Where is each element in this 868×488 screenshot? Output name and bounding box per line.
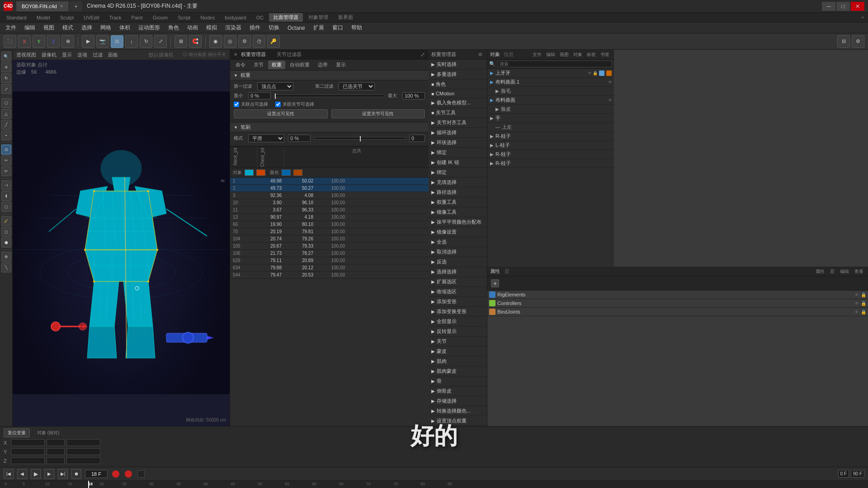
char-item[interactable]: ■角色 xyxy=(429,80,487,89)
left-weight-btn[interactable]: ⚖ xyxy=(1,145,11,155)
obj-item-fabric2[interactable]: ▶ 布料曲面 👁 xyxy=(487,96,614,105)
menu-extend[interactable]: 扩展 xyxy=(310,23,328,33)
mode-tab-new-layout[interactable]: 新界面 xyxy=(334,13,358,22)
menu-mograph[interactable]: 运动图形 xyxy=(135,23,164,33)
char-item[interactable]: ▶肌肉蒙皮 xyxy=(429,366,487,376)
weight-row[interactable]: 70 20.19 79.81 100.00 xyxy=(230,228,429,235)
char-item[interactable]: ▶肌肉 xyxy=(429,357,487,366)
attr-tab-attr[interactable]: 属性 xyxy=(814,268,826,275)
weight-row[interactable]: 104 20.74 79.26 100.00 xyxy=(230,235,429,243)
char-item[interactable]: ▶实时选择 xyxy=(429,60,487,70)
viewport-camera[interactable]: 摄像机 xyxy=(42,52,57,58)
filter1-select[interactable]: 顶点点 边 多边形 xyxy=(257,82,293,90)
left-select-btn[interactable]: 🔍 xyxy=(1,52,11,61)
record-btn[interactable]: ⏺ xyxy=(71,469,81,479)
vertex-checkbox[interactable] xyxy=(234,102,239,107)
max-frame-display[interactable]: 90 F xyxy=(851,470,864,478)
obj-item-fabric1[interactable]: ▶ 布料曲面.1 👁 xyxy=(487,78,614,87)
obj-tab-bookmark[interactable]: 书签 xyxy=(599,51,611,58)
obj-tab-file[interactable]: 文件 xyxy=(531,51,543,58)
char-item[interactable]: ▶添加变换变形 xyxy=(429,307,487,317)
char-item[interactable]: ▶设置顶点权重 xyxy=(429,416,487,426)
char-item[interactable]: ▶路径选择 xyxy=(429,188,487,197)
attr-tab-edit[interactable]: 编辑 xyxy=(838,268,851,275)
toolbar-render-btn[interactable]: ◎ xyxy=(224,35,236,48)
z-pos-field[interactable]: -2.6554 cm xyxy=(11,457,45,464)
add-layout-icon[interactable]: + xyxy=(859,14,866,21)
mode-tab-track[interactable]: Track xyxy=(104,14,126,21)
toolbar-z-btn[interactable]: Z xyxy=(47,35,60,48)
weight-tab-command[interactable]: 命令 xyxy=(232,61,249,69)
record-dot1[interactable] xyxy=(112,470,119,478)
attr-tab-view[interactable]: 查看 xyxy=(853,268,865,275)
mode-tab-sculpt[interactable]: Sculpt xyxy=(56,14,79,21)
mode-select[interactable]: 平滑 加 减 替换 xyxy=(248,134,284,142)
prev-frame-btn[interactable]: ◀ xyxy=(17,469,27,479)
set-joint-visible-btn[interactable]: 设置关节可见性 xyxy=(331,109,425,118)
weight-row[interactable]: 544 79.47 20.53 100.00 xyxy=(230,272,429,279)
viewport-display[interactable]: 显示 xyxy=(62,52,72,58)
weight-row[interactable]: 2 49.73 50.27 100.00 xyxy=(230,185,429,192)
set-vertex-visible-btn[interactable]: 设置点可见性 xyxy=(234,109,328,118)
char-item[interactable]: ▶全部显示 xyxy=(429,317,487,327)
weight-close-icon[interactable]: ✕ xyxy=(234,52,237,57)
char-item[interactable]: ▶抹平平滑颜色分配布 xyxy=(429,217,487,227)
char-item[interactable]: ▶取消选择 xyxy=(429,247,487,257)
menu-switch[interactable]: 切换 xyxy=(265,23,283,33)
weight-section[interactable]: ▼ 权重 xyxy=(230,70,429,80)
weight-row[interactable]: 626 79.11 20.89 100.00 xyxy=(230,257,429,264)
char-item[interactable]: ▶多重选择 xyxy=(429,70,487,80)
char-item[interactable]: ▶载入角色模型... xyxy=(429,98,487,108)
toolbar-move-btn[interactable]: ↕ xyxy=(125,35,138,48)
weight-panel-expand-icon[interactable]: ⤢ xyxy=(420,52,425,58)
char-item[interactable]: ▶循环选择 xyxy=(429,128,487,138)
char-item[interactable]: ▶权重工具 xyxy=(429,197,487,207)
brush-section[interactable]: ▼ 笔刷 xyxy=(230,122,429,132)
char-item[interactable]: ▶创建 IK 链 xyxy=(429,158,487,168)
weight-tab-joints[interactable]: 关节 xyxy=(250,61,267,69)
layer-rig-elements[interactable]: RigElements 👁 🔒 xyxy=(487,291,868,299)
y-rot-field[interactable]: 0 ° xyxy=(47,448,65,455)
layer-controllers[interactable]: Controllers 👁 🔒 xyxy=(487,299,868,308)
char-item[interactable]: ▶倒骨皮 xyxy=(429,386,487,396)
toolbar-worldspace-btn[interactable]: ⊕ xyxy=(61,35,74,48)
obj-item-hair[interactable]: ▶ 脸毛 xyxy=(487,87,614,96)
toolbar-key-btn[interactable]: 🔑 xyxy=(267,35,280,48)
next-frame-btn[interactable]: ▶ xyxy=(44,469,54,479)
add-layer-btn[interactable]: + xyxy=(491,279,499,287)
record-btn2[interactable] xyxy=(137,470,145,478)
min-frame-display[interactable]: 0 F xyxy=(838,470,849,478)
layer-eye-ctrl[interactable]: 👁 xyxy=(854,301,859,306)
layer-bind-joints[interactable]: BindJoints 👁 🔒 xyxy=(487,308,868,316)
brush-max-input[interactable] xyxy=(409,135,425,142)
weight-tab-weight[interactable]: 权重 xyxy=(268,61,285,69)
mode-tab-nodes[interactable]: Nodes xyxy=(196,14,219,21)
viewport-content[interactable]: At 选取对象 点计 边缘 56 4666 网格间距: 50000 cm xyxy=(13,60,230,426)
menu-select[interactable]: 选择 xyxy=(78,23,96,33)
viewport-perspective[interactable]: 透视视图 xyxy=(16,52,36,58)
weight-row[interactable]: 10 3.90 96.10 100.00 xyxy=(230,199,429,206)
layer-lock-ctrl[interactable]: 🔒 xyxy=(861,301,866,306)
timeline-track[interactable]: 0 5 10 15 18 20 25 30 35 40 45 50 55 60 … xyxy=(0,481,868,488)
left-mirror-btn[interactable]: ⊣ xyxy=(1,180,11,190)
eye-icon-2[interactable]: 👁 xyxy=(608,80,612,84)
toolbar-grid-btn[interactable]: ⊞ xyxy=(175,35,187,48)
obj-item-skin[interactable]: ▶ 脸皮 xyxy=(487,105,614,114)
menu-help[interactable]: 帮助 xyxy=(348,23,366,33)
char-item[interactable]: ▶转换选择颜色... xyxy=(429,406,487,416)
weight-tab-display[interactable]: 显示 xyxy=(332,61,349,69)
viewport-camera-name[interactable]: 默认摄像机 xyxy=(149,52,174,58)
weight-row[interactable]: 1 49.98 50.02 100.00 xyxy=(230,178,429,185)
menu-mode[interactable]: 模式 xyxy=(59,23,77,33)
left-bridge-btn[interactable]: ⊢ xyxy=(1,166,11,176)
toolbar-layout-btn[interactable]: ⊟ xyxy=(837,35,850,48)
obj-search-input[interactable] xyxy=(497,61,612,67)
viewport[interactable]: 透视视图 摄像机 显示 选项 过滤 面板 默认摄像机 ◎ 细分曲面 细分开关 xyxy=(13,50,230,426)
toolbar-render-view-btn[interactable]: ◉ xyxy=(209,35,222,48)
menu-octane[interactable]: Octane xyxy=(284,24,309,32)
menu-simulate[interactable]: 模拟 xyxy=(203,23,221,33)
close-button[interactable]: ✕ xyxy=(851,2,864,11)
x-pos-field[interactable]: 0 cm xyxy=(11,439,45,446)
menu-animate[interactable]: 动画 xyxy=(184,23,202,33)
menu-render[interactable]: 渲染器 xyxy=(222,23,245,33)
